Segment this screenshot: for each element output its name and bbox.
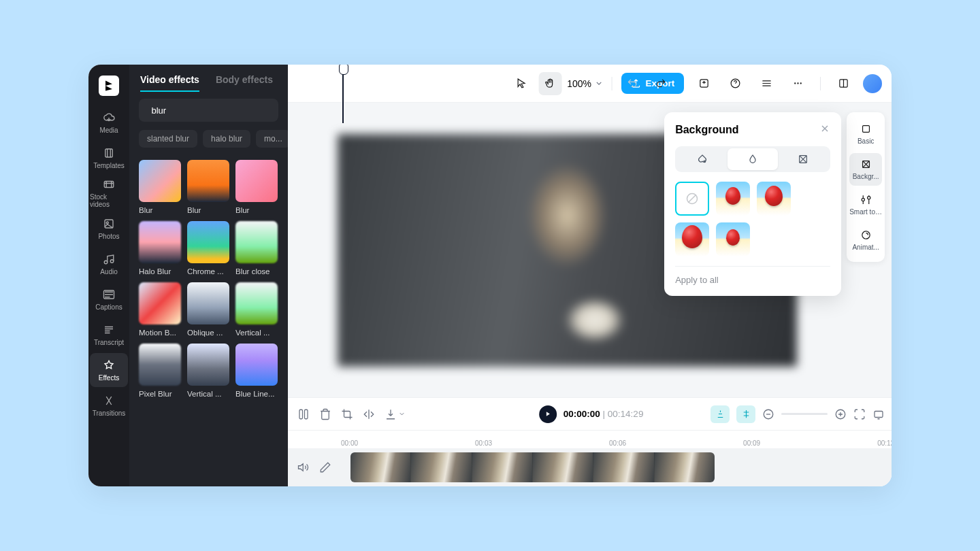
svg-rect-14 bbox=[862, 126, 869, 133]
effects-grid: BlurBlurBlurHalo BlurChrome ...Blur clos… bbox=[129, 154, 288, 403]
popover-title: Background bbox=[675, 124, 738, 136]
nav-media[interactable]: Media bbox=[90, 105, 128, 139]
effect-item[interactable]: Blue Line... bbox=[235, 344, 278, 398]
help-button[interactable] bbox=[723, 72, 747, 95]
effect-thumb bbox=[139, 160, 181, 202]
effect-item[interactable]: Pixel Blur bbox=[139, 344, 182, 398]
time-ruler[interactable]: 00:0000:0300:0600:0900:12 bbox=[288, 431, 892, 448]
effect-thumb bbox=[235, 282, 278, 324]
close-popover-button[interactable] bbox=[819, 123, 830, 137]
effect-name: Blur close bbox=[235, 267, 278, 276]
app-logo[interactable] bbox=[99, 76, 119, 96]
search-icon bbox=[146, 105, 146, 115]
undo-button[interactable] bbox=[621, 72, 644, 95]
playhead[interactable] bbox=[342, 65, 344, 123]
bg-option-none[interactable] bbox=[675, 182, 709, 216]
magnet-toggle[interactable] bbox=[710, 405, 730, 423]
search-input[interactable] bbox=[152, 105, 266, 116]
background-options bbox=[675, 182, 830, 256]
effect-thumb bbox=[235, 221, 278, 263]
effect-name: Pixel Blur bbox=[139, 390, 181, 398]
effect-name: Chrome ... bbox=[187, 267, 229, 276]
layout-toggle[interactable] bbox=[832, 72, 855, 95]
chip-mo---[interactable]: mo... bbox=[256, 130, 288, 148]
edit-track-icon[interactable] bbox=[319, 461, 331, 473]
clear-search-icon[interactable] bbox=[272, 105, 272, 115]
effect-item[interactable]: Chrome ... bbox=[187, 221, 230, 276]
effect-item[interactable]: Blur bbox=[235, 160, 278, 214]
nav-captions[interactable]: Captions bbox=[90, 282, 128, 316]
delete-button[interactable] bbox=[319, 408, 331, 420]
nav-transcript[interactable]: Transcript bbox=[90, 318, 128, 352]
nav-transitions[interactable]: Transitions bbox=[90, 388, 128, 422]
bg-mode-image[interactable] bbox=[778, 148, 828, 170]
mute-icon[interactable] bbox=[297, 461, 310, 473]
settings-button[interactable] bbox=[755, 72, 778, 95]
effect-name: Blur bbox=[187, 206, 229, 214]
effect-thumb bbox=[187, 282, 229, 324]
bg-option-1[interactable] bbox=[716, 182, 750, 216]
nav-templates[interactable]: Templates bbox=[90, 141, 128, 175]
panel-tabs: Video effectsBody effects bbox=[129, 65, 288, 92]
nav-audio[interactable]: Audio bbox=[90, 247, 128, 281]
redo-button[interactable] bbox=[649, 72, 672, 95]
download-button[interactable] bbox=[385, 408, 397, 420]
effect-name: Vertical ... bbox=[187, 390, 229, 398]
video-clip[interactable] bbox=[350, 452, 715, 482]
effect-item[interactable]: Blur bbox=[139, 160, 182, 214]
zoom-level[interactable]: 100% bbox=[567, 78, 604, 89]
snap-toggle[interactable] bbox=[736, 405, 755, 423]
user-avatar[interactable] bbox=[863, 74, 882, 93]
zoom-slider[interactable] bbox=[781, 413, 828, 415]
effect-thumb bbox=[139, 344, 181, 386]
bg-mode-color[interactable] bbox=[677, 148, 728, 170]
zoom-out-button[interactable] bbox=[762, 408, 774, 420]
more-button[interactable] bbox=[786, 72, 809, 95]
hand-tool[interactable] bbox=[538, 72, 561, 95]
bg-mode-blur[interactable] bbox=[728, 148, 778, 170]
svg-point-16 bbox=[862, 231, 869, 239]
share-button[interactable] bbox=[692, 72, 715, 95]
effect-thumb bbox=[139, 221, 181, 263]
timeline-controls: 00:00:00 | 00:14:29 bbox=[288, 397, 892, 430]
effect-item[interactable]: Vertical ... bbox=[187, 344, 230, 398]
nav-effects[interactable]: Effects bbox=[90, 353, 128, 387]
bg-option-4[interactable] bbox=[716, 222, 750, 256]
effect-item[interactable]: Blur close bbox=[235, 221, 278, 276]
prop-smarttools[interactable]: Smart tools bbox=[849, 188, 882, 221]
tab-video-effects[interactable]: Video effects bbox=[140, 74, 199, 92]
prop-basic[interactable]: Basic bbox=[849, 118, 882, 150]
nav-photos[interactable]: Photos bbox=[90, 212, 128, 246]
video-track[interactable] bbox=[288, 448, 892, 486]
timeline: 00:0000:0300:0600:0900:12 bbox=[288, 430, 892, 486]
effect-item[interactable]: Blur bbox=[187, 160, 230, 214]
search-chips: slanted blurhalo blurmo... bbox=[129, 127, 288, 154]
effect-item[interactable]: Oblique ... bbox=[187, 282, 230, 337]
background-popover: Background Apply to all bbox=[664, 112, 841, 296]
mirror-button[interactable] bbox=[363, 408, 375, 420]
split-tool[interactable] bbox=[297, 408, 310, 420]
svg-rect-0 bbox=[105, 149, 113, 157]
properties-rail: BasicBackgr...Smart toolsAnimat... bbox=[847, 112, 885, 262]
fit-button[interactable] bbox=[853, 408, 866, 420]
play-button[interactable] bbox=[539, 405, 557, 423]
tab-body-effects[interactable]: Body effects bbox=[216, 74, 273, 92]
effect-item[interactable]: Motion B... bbox=[139, 282, 182, 337]
crop-button[interactable] bbox=[341, 408, 353, 420]
svg-point-4 bbox=[104, 261, 108, 264]
effect-thumb bbox=[139, 282, 181, 324]
effect-item[interactable]: Vertical ... bbox=[235, 282, 278, 337]
zoom-in-button[interactable] bbox=[834, 408, 847, 420]
prop-animat[interactable]: Animat... bbox=[849, 224, 882, 256]
svg-point-5 bbox=[110, 259, 114, 263]
bg-option-3[interactable] bbox=[675, 222, 709, 256]
nav-stock-videos[interactable]: Stock videos bbox=[90, 176, 128, 210]
effect-item[interactable]: Halo Blur bbox=[139, 221, 182, 276]
prop-backgr[interactable]: Backgr... bbox=[849, 153, 882, 186]
bg-option-2[interactable] bbox=[757, 182, 791, 216]
chip-halo-blur[interactable]: halo blur bbox=[203, 130, 250, 148]
apply-to-all-button[interactable]: Apply to all bbox=[675, 266, 830, 285]
chip-slanted-blur[interactable]: slanted blur bbox=[139, 130, 197, 148]
fullscreen-button[interactable] bbox=[872, 408, 885, 420]
pointer-tool[interactable] bbox=[510, 72, 533, 95]
